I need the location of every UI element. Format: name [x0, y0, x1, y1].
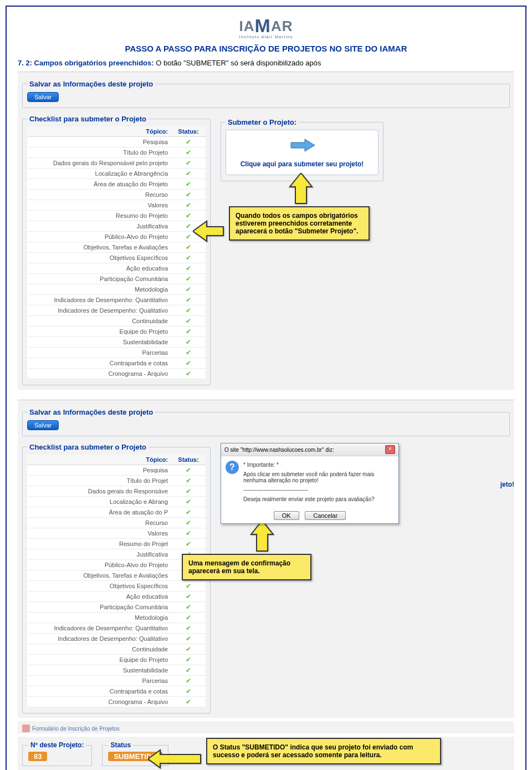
table-row: Objetivos, Tarefas e Avaliações — [27, 570, 206, 581]
checklist-status-cell — [171, 528, 206, 539]
salvar-button[interactable]: Salvar — [27, 92, 59, 102]
checklist-topic-cell: Metodologia — [27, 613, 171, 623]
checklist-topic-cell: Público-Alvo do Projeto — [27, 232, 171, 242]
checklist-topic-cell: Continuidade — [27, 316, 171, 327]
table-row: Indicadores de Desempenho: Quantitativo — [27, 623, 206, 634]
callout-confirm: Uma mensagem de confirmação aparecerá em… — [182, 554, 311, 580]
checklist-topic-cell: Parcerias — [27, 348, 171, 358]
checklist-topic-cell: Contrapartida e cotas — [27, 358, 171, 369]
checklist-status-cell — [171, 623, 206, 634]
check-icon — [186, 170, 191, 177]
svg-marker-0 — [291, 139, 315, 151]
logo-pre: IA — [239, 18, 255, 34]
submit-button[interactable]: Clique aqui para submeter seu projeto! — [226, 130, 378, 175]
submit-caption-peek: jeto! — [500, 481, 514, 488]
dialog-close-button[interactable]: × — [385, 445, 395, 454]
dialog-line1: * Importante: * — [243, 462, 393, 468]
checklist-status-cell — [171, 274, 206, 284]
table-row: Objetivos, Tarefas e Avaliações — [27, 242, 206, 253]
checklist-status-cell — [171, 486, 206, 497]
check-icon — [186, 614, 191, 621]
table-row: Área de atuação do Projeto — [27, 179, 206, 190]
checklist-topic-cell: Participação Comunitária — [27, 602, 171, 613]
submit-legend-1: Submeter o Projeto: — [226, 118, 299, 126]
checklist-topic-cell: Pesquisa — [27, 465, 171, 476]
dialog-titlebar: O site "http://www.nashsolucoes.com.br" … — [221, 443, 398, 456]
callout-submeter: Quando todos os campos obrigatórios esti… — [229, 206, 370, 241]
checklist-legend-1: Checklist para submeter o Projeto — [27, 115, 149, 123]
table-row: Sustentabilidade — [27, 337, 206, 348]
checklist-status-cell — [171, 169, 206, 179]
checklist-status-cell — [171, 465, 206, 476]
table-row: Contrapartida e cotas — [27, 358, 206, 369]
checklist-topic-cell: Localização e Abrangência — [27, 169, 171, 179]
checklist-topic-cell: Recurso — [27, 518, 171, 528]
dialog-title-text: O site "http://www.nashsolucoes.com.br" … — [224, 447, 334, 453]
table-row: Sustentabilidade — [27, 665, 206, 676]
form-link[interactable]: Formulário de Inscrição de Projetos — [22, 725, 510, 732]
checklist-topic-cell: Resumo do Projet — [27, 539, 171, 549]
checklist-table-1: Tópico: Status: PesquisaTítulo do Projet… — [27, 126, 206, 379]
form-link-text: Formulário de Inscrição de Projetos — [32, 726, 120, 732]
checklist-topic-cell: Indicadores de Desempenho: Quantitativo — [27, 295, 171, 305]
checklist-topic-cell: Parcerias — [27, 676, 171, 686]
checklist-topic-cell: Indicadores de Desempenho: Qualitativo — [27, 305, 171, 316]
table-row: Justificativa — [27, 221, 206, 232]
check-icon — [186, 212, 191, 219]
checklist-status-cell — [171, 665, 206, 676]
checklist-status-cell — [171, 316, 206, 327]
logo-post: AR — [271, 18, 293, 34]
checklist-status-cell — [171, 158, 206, 169]
dialog-ok-button[interactable]: OK — [274, 511, 299, 520]
salvar-legend-2: Salvar as Informações deste projeto — [27, 408, 155, 416]
checklist-topic-cell: Participação Comunitária — [27, 274, 171, 284]
dialog-line2: Após clicar em submeter você não poderá … — [243, 471, 393, 483]
check-icon — [186, 635, 191, 642]
check-icon — [186, 519, 191, 526]
checklist-topic-cell: Resumo do Projeto — [27, 211, 171, 221]
table-row: Objetivos Específicos — [27, 581, 206, 591]
callout-status: O Status "SUBMETIDO" indica que seu proj… — [206, 738, 441, 764]
dialog-cancel-button[interactable]: Cancelar — [305, 511, 346, 520]
checklist-legend-2: Checklist para submeter o Projeto — [27, 443, 149, 451]
table-row: Recurso — [27, 190, 206, 200]
table-row: Título do Projet — [27, 476, 206, 486]
table-row: Participação Comunitária — [27, 602, 206, 613]
checklist-topic-cell: Metodologia — [27, 284, 171, 295]
checklist-topic-cell: Título do Projeto — [27, 147, 171, 158]
checklist-topic-cell: Dados gerais do Responsável pelo projeto — [27, 158, 171, 169]
checklist-topic-cell: Área de atuação do Projeto — [27, 179, 171, 190]
checklist-topic-cell: Valores — [27, 528, 171, 539]
table-row: Parcerias — [27, 348, 206, 358]
check-icon — [186, 656, 191, 663]
check-icon — [186, 202, 191, 208]
table-row: Indicadores de Desempenho: Qualitativo — [27, 634, 206, 644]
check-icon — [186, 276, 191, 282]
table-row: Público-Alvo do Projeto — [27, 560, 206, 570]
check-icon — [186, 583, 191, 589]
check-icon — [186, 244, 191, 251]
table-row: Valores — [27, 528, 206, 539]
dialog-line3: Deseja realmente enviar este projeto par… — [243, 496, 393, 502]
table-row: Objetivos Específicos — [27, 253, 206, 263]
salvar-button-2[interactable]: Salvar — [27, 420, 59, 430]
checklist-status-cell — [171, 147, 206, 158]
submit-caption: Clique aqui para submeter seu projeto! — [233, 160, 371, 168]
check-icon — [186, 360, 191, 366]
check-icon — [186, 370, 191, 377]
check-icon — [186, 139, 191, 145]
check-icon — [186, 254, 191, 261]
checklist-topic-cell: Localização e Abrang — [27, 497, 171, 507]
checklist-status-cell — [171, 295, 206, 305]
checklist-topic-cell: Equipe do Projeto — [27, 327, 171, 337]
table-row: Cronograma - Arquivo — [27, 697, 206, 707]
table-row: Justificativa — [27, 549, 206, 560]
checklist-topic-cell: Objetivos Específicos — [27, 253, 171, 263]
pointer-arrow-up-2 — [248, 521, 276, 556]
checklist-status-cell — [171, 190, 206, 200]
form-icon — [22, 725, 30, 732]
table-row: Indicadores de Desempenho: Quantitativo — [27, 295, 206, 305]
svg-marker-2 — [193, 221, 223, 241]
table-row: Recurso — [27, 518, 206, 528]
check-icon — [186, 286, 191, 293]
